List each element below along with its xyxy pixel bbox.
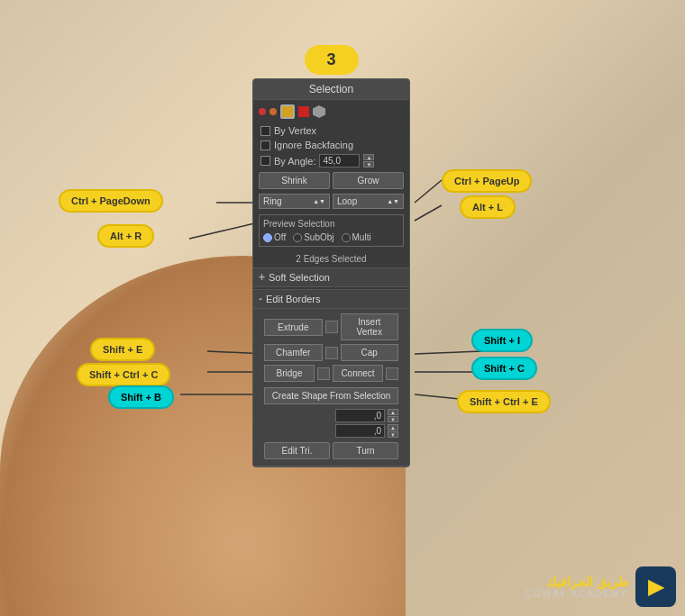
main-panel: Selection By Vertex Ignore Backfacing By… [252, 78, 410, 467]
shift-e-label: Shift + E [90, 338, 155, 361]
panel-container: 3 Selection By Vertex Ignore Backfacing … [252, 45, 410, 467]
bridge-button[interactable]: Bridge [264, 365, 315, 382]
ignore-backfacing-checkbox[interactable] [260, 140, 270, 150]
shift-ctrl-e-label: Shift + Ctrl + E [457, 390, 551, 413]
alt-r-label: Alt + R [97, 224, 154, 248]
bottom-btn-row: Edit Tri. Turn [259, 439, 404, 463]
ring-label: Ring [263, 196, 282, 206]
ignore-backfacing-row: Ignore Backfacing [253, 138, 409, 152]
by-vertex-label: By Vertex [274, 125, 316, 136]
grow-button[interactable]: Grow [333, 172, 404, 189]
create-shape-button[interactable]: Create Shape From Selection [264, 387, 398, 404]
ring-arrow-icon: ▲▼ [313, 198, 325, 204]
shift-ctrl-c-label: Shift + Ctrl + C [77, 363, 170, 386]
input1-field[interactable] [335, 409, 385, 422]
radio-row: Off SubObj Multi [263, 232, 399, 242]
ignore-backfacing-label: Ignore Backfacing [274, 140, 353, 150]
ring-loop-row: Ring ▲▼ Loop ▲▼ [253, 192, 409, 211]
preview-section-label: Preview Selection [263, 219, 399, 229]
shift-b-label: Shift + B [108, 385, 174, 409]
input2-spinner[interactable]: ▲ ▼ [388, 424, 398, 438]
object-icon[interactable] [313, 105, 325, 118]
shift-i-label: Shift + I [471, 329, 533, 352]
by-vertex-row: By Vertex [253, 123, 409, 138]
ctrl-pageup-label: Ctrl + PageUp [442, 169, 532, 193]
by-angle-checkbox[interactable] [260, 156, 270, 166]
soft-selection-toggle[interactable]: + Soft Selection [253, 267, 409, 287]
radio-multi-label: Multi [352, 232, 371, 242]
chamfer-settings-button[interactable] [325, 347, 338, 359]
radio-off[interactable]: Off [263, 232, 286, 242]
angle-down[interactable]: ▼ [363, 161, 374, 168]
insert-vertex-button[interactable]: Insert Vertex [341, 313, 399, 340]
extrude-button[interactable]: Extrude [264, 319, 323, 336]
edge-icon[interactable] [269, 108, 277, 115]
edit-borders-label: Edit Borders [266, 294, 321, 304]
logo-symbol: ▶ [648, 575, 663, 599]
loop-arrow-icon: ▲▼ [387, 198, 399, 204]
input1-row: ▲ ▼ [259, 408, 404, 423]
logo-latin-text: CGWAY ACADEMY [525, 589, 628, 599]
logo-text: طريق الجرافيك CGWAY ACADEMY [525, 575, 628, 599]
element-icon[interactable] [298, 106, 309, 117]
radio-multi-dot [342, 233, 351, 242]
input2-field[interactable] [335, 424, 385, 438]
loop-label: Loop [337, 196, 357, 206]
polygon-icon[interactable] [280, 104, 295, 119]
chamfer-button[interactable]: Chamfer [264, 344, 323, 361]
svg-line-3 [415, 205, 442, 221]
vertex-icon[interactable] [259, 108, 266, 115]
soft-selection-sign: + [259, 271, 265, 284]
status-text: 2 Edges Selected [253, 250, 409, 267]
logo-area: طريق الجرافيك CGWAY ACADEMY ▶ [525, 566, 676, 607]
ring-select[interactable]: Ring ▲▼ [259, 194, 330, 209]
input1-down[interactable]: ▼ [388, 416, 398, 422]
shrink-grow-row: Shrink Grow [253, 169, 409, 192]
ctrl-pagedown-label: Ctrl + PageDown [59, 189, 163, 213]
input2-up[interactable]: ▲ [388, 424, 398, 430]
turn-button[interactable]: Turn [333, 442, 398, 459]
radio-off-label: Off [274, 232, 286, 242]
bridge-row: Bridge Connect [259, 363, 404, 384]
svg-line-7 [415, 351, 482, 354]
shift-c-label: Shift + C [471, 357, 537, 380]
extrude-settings-button[interactable] [325, 321, 338, 333]
radio-subobj[interactable]: SubObj [293, 232, 333, 242]
edit-borders-sign: - [259, 293, 262, 305]
panel-title: Selection [309, 83, 353, 95]
by-vertex-checkbox[interactable] [260, 126, 270, 136]
svg-line-2 [415, 180, 442, 203]
input1-up[interactable]: ▲ [388, 409, 398, 415]
connect-settings-button[interactable] [386, 367, 398, 380]
edit-borders-content: Extrude Insert Vertex Chamfer Cap Bridge… [253, 309, 409, 467]
icon-row [253, 100, 409, 123]
extrude-row: Extrude Insert Vertex [259, 312, 404, 342]
radio-subobj-dot [293, 233, 302, 242]
connect-button[interactable]: Connect [333, 365, 383, 382]
input2-down[interactable]: ▼ [388, 431, 398, 438]
by-angle-label: By Angle: [274, 156, 315, 167]
edit-borders-toggle[interactable]: - Edit Borders [253, 289, 409, 309]
radio-off-dot [263, 233, 272, 242]
cap-button[interactable]: Cap [341, 344, 399, 361]
radio-subobj-label: SubObj [304, 232, 333, 242]
soft-selection-label: Soft Selection [269, 272, 330, 283]
radio-multi[interactable]: Multi [342, 232, 371, 242]
angle-up[interactable]: ▲ [363, 154, 374, 160]
number-badge: 3 [305, 45, 359, 75]
by-angle-row: By Angle: ▲ ▼ [253, 152, 409, 169]
shrink-button[interactable]: Shrink [259, 172, 330, 189]
alt-l-label: Alt + L [460, 195, 516, 219]
logo-icon: ▶ [635, 566, 676, 607]
angle-input[interactable] [319, 154, 360, 168]
input2-row: ▲ ▼ [259, 423, 404, 439]
edit-tri-button[interactable]: Edit Tri. [264, 442, 330, 459]
angle-spinner[interactable]: ▲ ▼ [363, 154, 374, 168]
input1-spinner[interactable]: ▲ ▼ [388, 409, 398, 422]
chamfer-row: Chamfer Cap [259, 342, 404, 363]
preview-selection-section: Preview Selection Off SubObj Multi [259, 214, 404, 247]
bridge-settings-button[interactable] [317, 367, 330, 380]
panel-header: Selection [253, 79, 409, 100]
loop-select[interactable]: Loop ▲▼ [333, 194, 404, 209]
logo-arabic-text: طريق الجرافيك [525, 575, 628, 589]
